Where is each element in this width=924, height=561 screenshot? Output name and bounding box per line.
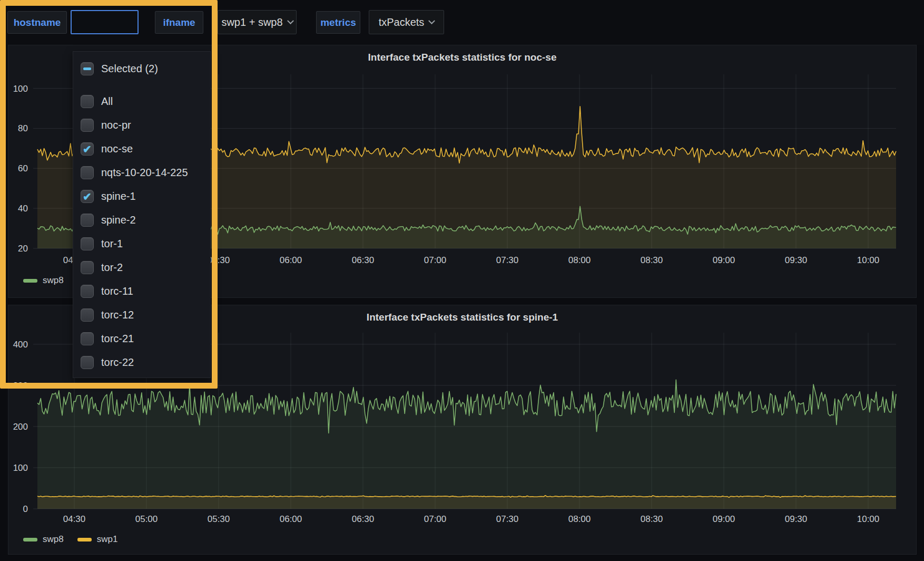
legend-dash-icon — [23, 279, 37, 283]
legend-label: swp8 — [43, 534, 64, 545]
legend-item-swp8[interactable]: swp8 — [23, 275, 64, 286]
y-tick-label: 0 — [23, 504, 28, 514]
x-tick-label: 09:00 — [713, 255, 735, 265]
x-tick-label: 10:00 — [857, 255, 880, 265]
indeterminate-checkbox[interactable] — [81, 62, 94, 75]
x-tick-label: 06:30 — [352, 514, 375, 524]
x-tick-label: 06:00 — [280, 514, 302, 524]
unchecked-checkbox[interactable] — [81, 356, 94, 369]
indeterminate-dash-icon — [83, 67, 91, 70]
dropdown-option-label: torc-21 — [101, 333, 134, 345]
dropdown-option-tor-1[interactable]: tor-1 — [73, 232, 210, 256]
dropdown-option-label: All — [101, 95, 113, 108]
dropdown-option-torc-21[interactable]: torc-21 — [73, 327, 210, 351]
unchecked-checkbox[interactable] — [81, 285, 94, 298]
unchecked-checkbox[interactable] — [81, 261, 94, 274]
x-tick-label: 05:30 — [208, 514, 230, 524]
dropdown-selected-summary[interactable]: Selected (2) — [73, 57, 210, 81]
dropdown-option-torc-12[interactable]: torc-12 — [73, 303, 210, 327]
dashboard-screen: hostname ifname swp1 + swp8 metrics txPa… — [0, 0, 924, 561]
variables-toolbar: hostname ifname swp1 + swp8 metrics txPa… — [0, 0, 924, 45]
dropdown-option-label: torc-12 — [101, 309, 134, 321]
series-area-swp8 — [37, 380, 896, 509]
unchecked-checkbox[interactable] — [81, 95, 94, 108]
x-tick-label: 04:30 — [63, 514, 86, 524]
y-tick-label: 400 — [13, 340, 28, 350]
dropdown-option-noc-se[interactable]: ✔noc-se — [73, 137, 210, 161]
y-tick-label: 300 — [13, 381, 28, 391]
y-tick-label: 100 — [13, 84, 28, 94]
check-icon: ✔ — [83, 191, 92, 202]
unchecked-checkbox[interactable] — [81, 119, 94, 132]
metrics-variable-label[interactable]: metrics — [316, 11, 360, 34]
legend-label: swp8 — [43, 275, 64, 286]
dropdown-option-All[interactable]: All — [73, 90, 210, 113]
x-tick-label: 09:00 — [713, 514, 735, 524]
dropdown-option-nqts-10-20-14-225[interactable]: nqts-10-20-14-225 — [73, 161, 210, 185]
legend-dash-icon — [23, 538, 37, 541]
y-tick-label: 20 — [18, 244, 28, 254]
dropdown-options-list: Allnoc-pr✔noc-senqts-10-20-14-225✔spine-… — [73, 90, 210, 374]
metrics-value: txPackets — [379, 16, 425, 28]
dropdown-option-label: spine-1 — [101, 190, 136, 202]
y-tick-label: 100 — [13, 463, 28, 473]
legend-dash-icon — [77, 538, 92, 541]
y-tick-label: 60 — [18, 163, 28, 173]
hostname-input[interactable] — [71, 10, 139, 34]
checked-checkbox[interactable]: ✔ — [81, 142, 94, 156]
x-tick-label: 05:30 — [208, 255, 230, 265]
unchecked-checkbox[interactable] — [81, 237, 94, 250]
dropdown-option-spine-1[interactable]: ✔spine-1 — [73, 185, 210, 208]
x-tick-label: 07:00 — [424, 514, 447, 524]
x-tick-label: 09:30 — [785, 255, 808, 265]
x-tick-label: 07:00 — [424, 255, 447, 265]
dropdown-option-spine-2[interactable]: spine-2 — [73, 208, 210, 232]
x-tick-label: 08:30 — [641, 255, 663, 265]
x-tick-label: 07:30 — [496, 514, 519, 524]
ifname-variable-label[interactable]: ifname — [155, 11, 203, 34]
x-tick-label: 06:00 — [280, 255, 302, 265]
x-tick-label: 06:30 — [352, 255, 375, 265]
hostname-variable-label[interactable]: hostname — [7, 11, 67, 34]
x-tick-label: 08:00 — [568, 514, 591, 524]
metrics-value-dropdown[interactable]: txPackets — [369, 10, 444, 34]
legend-item-swp1[interactable]: swp1 — [77, 534, 118, 545]
chevron-down-icon — [287, 17, 294, 24]
y-tick-label: 40 — [18, 204, 28, 214]
dropdown-option-torc-22[interactable]: torc-22 — [73, 351, 210, 374]
chevron-down-icon — [428, 17, 435, 24]
hostname-dropdown-menu: Selected (2) Allnoc-pr✔noc-senqts-10-20-… — [73, 51, 211, 378]
check-icon: ✔ — [83, 144, 92, 154]
dropdown-option-label: spine-2 — [101, 214, 136, 226]
dropdown-option-label: torc-22 — [101, 356, 134, 369]
x-tick-label: 08:00 — [568, 255, 591, 265]
series-area-swp1 — [37, 496, 896, 509]
y-tick-label: 200 — [13, 422, 28, 432]
dropdown-option-noc-pr[interactable]: noc-pr — [73, 113, 210, 137]
dropdown-option-label: noc-se — [101, 143, 133, 155]
x-tick-label: 10:00 — [857, 514, 880, 524]
dropdown-option-label: torc-11 — [101, 285, 133, 297]
x-tick-label: 05:00 — [135, 514, 158, 524]
dropdown-option-tor-2[interactable]: tor-2 — [73, 256, 210, 279]
unchecked-checkbox[interactable] — [81, 308, 94, 322]
unchecked-checkbox[interactable] — [81, 332, 94, 345]
legend-label: swp1 — [97, 534, 118, 545]
dropdown-option-torc-11[interactable]: torc-11 — [73, 279, 210, 303]
ifname-value: swp1 + swp8 — [221, 16, 282, 28]
dropdown-option-label: nqts-10-20-14-225 — [101, 167, 188, 179]
checked-checkbox[interactable]: ✔ — [81, 190, 94, 203]
x-tick-label: 08:30 — [641, 514, 663, 524]
unchecked-checkbox[interactable] — [81, 214, 94, 227]
dropdown-summary-label: Selected (2) — [101, 63, 158, 75]
chart-legend: swp8swp1 — [23, 534, 117, 545]
x-tick-label: 09:30 — [785, 514, 808, 524]
dropdown-option-label: tor-2 — [101, 262, 123, 274]
dropdown-option-label: noc-pr — [101, 119, 131, 131]
ifname-value-dropdown[interactable]: swp1 + swp8 — [218, 10, 297, 34]
legend-item-swp8[interactable]: swp8 — [23, 534, 64, 545]
x-tick-label: 07:30 — [496, 255, 519, 265]
unchecked-checkbox[interactable] — [81, 166, 94, 179]
y-tick-label: 80 — [18, 123, 28, 133]
dropdown-option-label: tor-1 — [101, 238, 123, 250]
